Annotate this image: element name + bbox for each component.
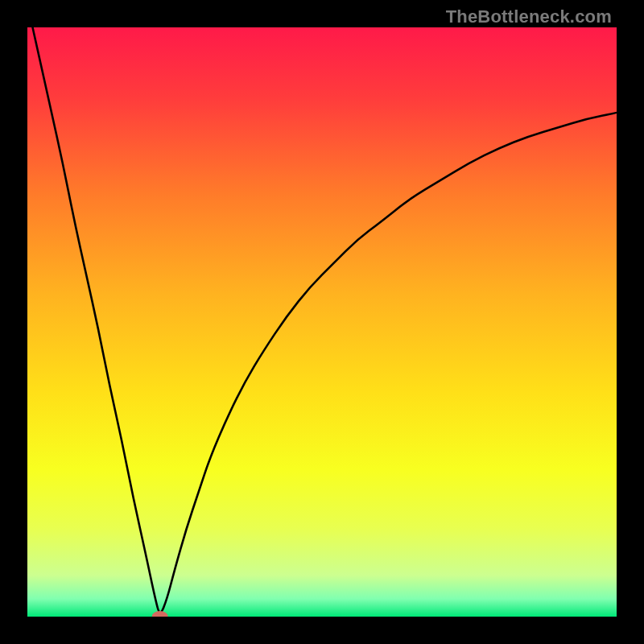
chart-frame: TheBottleneck.com — [0, 0, 644, 644]
chart-canvas — [27, 27, 617, 617]
plot-region — [27, 27, 617, 617]
watermark-label: TheBottleneck.com — [446, 6, 612, 27]
gradient-background — [27, 27, 617, 617]
